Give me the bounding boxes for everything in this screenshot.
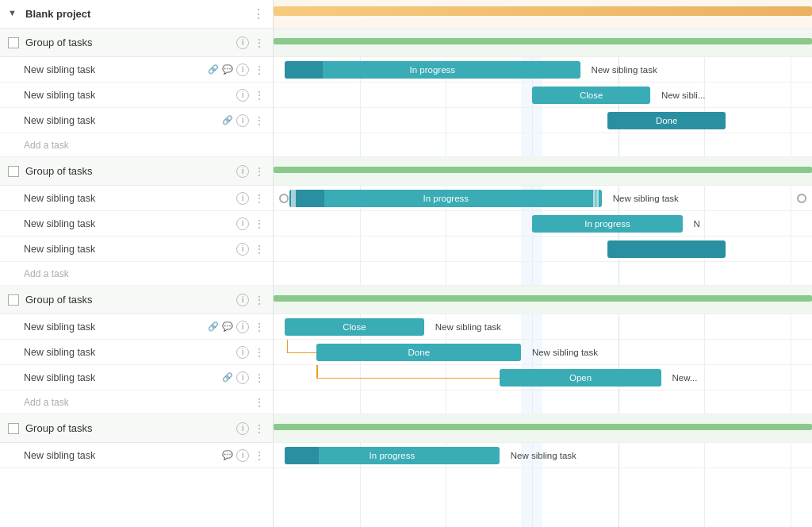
task-dots-t9[interactable]: ⋮: [254, 371, 265, 384]
task-row-t4: New sibling task i ⋮: [0, 186, 273, 211]
group-label-3: Group of tasks: [25, 294, 236, 306]
group-checkbox-2[interactable]: [8, 166, 19, 177]
group-info-icon-2[interactable]: i: [236, 165, 249, 178]
task-row-t6: New sibling task i ⋮: [0, 237, 273, 262]
connector-t8-t9-h: [316, 378, 500, 379]
task-dots-t1[interactable]: ⋮: [254, 63, 265, 76]
task-info-t7[interactable]: i: [236, 321, 249, 333]
group-row-4: Group of tasks i ⋮: [0, 414, 273, 443]
project-title: Blank project: [25, 8, 252, 20]
group-dots-icon-3[interactable]: ⋮: [254, 294, 265, 306]
task-row-t8: New sibling task i ⋮: [0, 340, 273, 365]
task-bar-t10[interactable]: In progress: [285, 447, 500, 464]
task-dots-t8[interactable]: ⋮: [254, 346, 265, 359]
right-panel: In progress New sibling task Close New s…: [274, 0, 812, 527]
task-outside-label-t7: New sibling task: [435, 322, 501, 332]
gantt-task-t1: In progress New sibling task: [274, 57, 812, 83]
gantt-task-t10: In progress New sibling task: [274, 443, 812, 468]
task-row-t1: New sibling task 🔗 💬 i ⋮: [0, 57, 273, 83]
left-panel: ▼ Blank project ⋮ Group of tasks i ⋮ New…: [0, 0, 274, 527]
task-bar-t1[interactable]: In progress: [285, 61, 580, 79]
circle-marker2-t4: [797, 194, 806, 203]
task-icons-t1: 🔗 💬: [208, 64, 233, 75]
add-task-label-2: Add a task: [24, 268, 69, 279]
task-dots-t3[interactable]: ⋮: [254, 114, 265, 127]
task-info-t2[interactable]: i: [236, 89, 249, 102]
task-row-t9: New sibling task 🔗 i ⋮: [0, 365, 273, 390]
gantt-task-t3: Done: [274, 108, 812, 133]
group-row-3: Group of tasks i ⋮: [0, 286, 273, 314]
circle-marker-t4: [279, 194, 289, 203]
link-icon-t1: 🔗: [208, 64, 219, 75]
task-info-t3[interactable]: i: [236, 114, 249, 127]
task-info-t10[interactable]: i: [236, 449, 249, 462]
add-task-label-3: Add a task: [24, 397, 69, 408]
group-checkbox-3[interactable]: [8, 294, 19, 306]
task-label-t4: New sibling task: [24, 193, 233, 204]
task-bar-t5[interactable]: In progress: [532, 215, 683, 233]
task-bar-label-t4: In progress: [423, 194, 469, 203]
task-dots-t4[interactable]: ⋮: [254, 192, 265, 205]
task-bar-t6[interactable]: [607, 240, 726, 258]
task-info-t9[interactable]: i: [236, 371, 249, 384]
project-expand-icon[interactable]: ▼: [8, 8, 21, 21]
connector-t7-t8: [287, 340, 289, 352]
task-bar-t7[interactable]: Close: [285, 318, 425, 336]
gantt-task-t4: In progress New sibling task: [274, 186, 812, 211]
group-info-icon-1[interactable]: i: [236, 37, 249, 49]
group-dots-icon-2[interactable]: ⋮: [254, 165, 265, 178]
project-menu-icon[interactable]: ⋮: [252, 6, 265, 21]
gantt-task-t9: Open New...: [274, 365, 812, 390]
task-row-t10: New sibling task 💬 i ⋮: [0, 443, 273, 468]
task-outside-label-t1: New sibling task: [592, 65, 657, 75]
task-bar-t4[interactable]: In progress: [289, 190, 602, 207]
task-bar-label-t2: Close: [580, 90, 603, 100]
gantt-task-t5: In progress N: [274, 211, 812, 237]
add-task-row-3[interactable]: Add a task ⋮: [0, 390, 273, 414]
task-dots-t5[interactable]: ⋮: [254, 217, 265, 230]
group-info-icon-3[interactable]: i: [236, 294, 249, 306]
task-dots-t7[interactable]: ⋮: [254, 321, 265, 333]
gantt-group2-row: [274, 157, 812, 186]
group-checkbox-1[interactable]: [8, 37, 19, 48]
task-bar-t2[interactable]: Close: [532, 87, 650, 104]
group-info-icon-4[interactable]: i: [236, 422, 249, 435]
app-container: ▼ Blank project ⋮ Group of tasks i ⋮ New…: [0, 0, 812, 527]
task-dots-t2[interactable]: ⋮: [254, 89, 265, 102]
gantt-group3-row: [274, 286, 812, 314]
add-task-row-1[interactable]: Add a task: [0, 133, 273, 157]
comment-icon-t7: 💬: [222, 321, 233, 332]
task-bar-t3[interactable]: Done: [607, 112, 726, 129]
group-checkbox-4[interactable]: [8, 423, 19, 434]
task-label-t5: New sibling task: [24, 218, 233, 229]
gantt-group4-row: [274, 414, 812, 443]
task-bar-label-t9: Open: [569, 373, 592, 383]
add-task-row-2[interactable]: Add a task: [0, 262, 273, 286]
group-dots-icon-1[interactable]: ⋮: [254, 37, 265, 49]
task-bar-label-t3: Done: [656, 116, 678, 125]
gantt-task-t6: [274, 237, 812, 262]
task-label-t6: New sibling task: [24, 244, 233, 255]
task-bar-t8[interactable]: Done: [316, 344, 521, 361]
task-icons-t9: 🔗: [222, 372, 233, 383]
gantt-group1-bar: [274, 38, 812, 44]
group-dots-icon-4[interactable]: ⋮: [254, 422, 265, 435]
group-row-2: Group of tasks i ⋮: [0, 157, 273, 186]
task-info-t1[interactable]: i: [236, 63, 249, 76]
task-bar-label-t5: In progress: [584, 219, 630, 229]
group-label-1: Group of tasks: [25, 37, 236, 48]
task-info-t5[interactable]: i: [236, 217, 249, 230]
task-info-t8[interactable]: i: [236, 346, 249, 359]
link-icon-t3: 🔗: [222, 115, 233, 125]
task-info-t6[interactable]: i: [236, 243, 249, 256]
add-task-label-1: Add a task: [24, 140, 69, 151]
task-info-t4[interactable]: i: [236, 192, 249, 205]
add-task-dots-3[interactable]: ⋮: [254, 396, 265, 409]
task-dots-t6[interactable]: ⋮: [254, 243, 265, 256]
task-outside-label-t8: New sibling task: [532, 348, 598, 357]
connector-t8-t9: [316, 365, 318, 378]
gantt-group1-row: [274, 29, 812, 57]
task-bar-t9[interactable]: Open: [500, 369, 661, 387]
task-outside-label-t5: N: [694, 219, 700, 229]
task-dots-t10[interactable]: ⋮: [254, 449, 265, 462]
